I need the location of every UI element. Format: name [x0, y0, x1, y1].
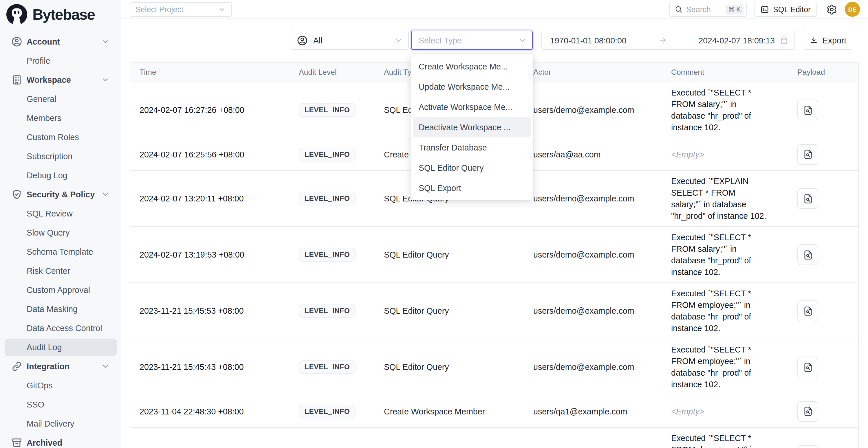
search-icon [675, 5, 683, 13]
type-option-create-workspace-me[interactable]: Create Workspace Me... [410, 56, 533, 76]
audit-level-badge: LEVEL_INFO [299, 404, 355, 418]
chevron-down-icon [101, 37, 110, 45]
sidebar-label: Schema Template [27, 247, 93, 256]
sidebar-section-archived[interactable]: Archived [0, 433, 120, 448]
actor-filter-select[interactable]: All [291, 31, 409, 50]
search-placeholder: Search [686, 5, 722, 13]
payload-view-button[interactable] [797, 401, 818, 422]
sidebar-item-data-access-control[interactable]: Data Access Control [0, 318, 120, 338]
date-end-value: 2024-02-07 18:09:13 [699, 36, 775, 45]
export-label: Export [823, 36, 846, 45]
date-range-picker[interactable]: 1970-01-01 08:00:00 2024-02-07 18:09:13 [541, 31, 795, 50]
type-filter-placeholder: Select Type [418, 36, 518, 45]
type-dropdown-menu: Create Workspace Me...Update Workspace M… [410, 54, 533, 200]
payload-view-button[interactable] [797, 244, 818, 265]
export-button[interactable]: Export [804, 31, 852, 50]
main-area: Select Project Search ⌘ K SQL Editor DE [120, 0, 868, 448]
building-icon [11, 74, 23, 85]
type-option-label: Transfer Database [418, 143, 487, 152]
table-row: 2023-11-21 15:45:53 +08:00LEVEL_INFOSQL … [130, 283, 858, 339]
type-option-update-workspace-me[interactable]: Update Workspace Me... [410, 76, 533, 97]
type-option-activate-workspace-me[interactable]: Activate Workspace Me... [410, 97, 533, 117]
cell-comment: <Empty> [662, 401, 779, 422]
cell-audit-level: LEVEL_INFO [289, 248, 375, 262]
type-option-transfer-database[interactable]: Transfer Database [410, 137, 533, 157]
cell-time: 2024-02-07 16:27:26 +08:00 [130, 105, 289, 115]
sidebar-item-gitops[interactable]: GitOps [0, 376, 120, 395]
arrow-right-icon [626, 36, 699, 44]
bytebase-logo-icon [6, 3, 28, 26]
shield-check-icon [11, 188, 23, 200]
user-circle-icon [297, 34, 308, 46]
sidebar-item-schema-template[interactable]: Schema Template [0, 242, 120, 261]
cell-comment: Executed `"SELECT * FROM salary;"` in da… [662, 227, 779, 283]
brand-name: Bytebase [32, 5, 95, 24]
sidebar-label: Custom Approval [27, 285, 90, 294]
type-option-deactivate-workspace[interactable]: Deactivate Workspace ... [410, 117, 533, 137]
cell-payload [788, 144, 858, 165]
sidebar-section-integration[interactable]: Integration [0, 357, 120, 376]
sidebar-label: Integration [27, 361, 70, 371]
type-option-sql-export[interactable]: SQL Export [410, 178, 533, 198]
sidebar-item-slow-query[interactable]: Slow Query [0, 223, 120, 242]
type-option-label: SQL Export [418, 183, 461, 192]
type-option-sql-editor-query[interactable]: SQL Editor Query [410, 157, 533, 178]
cell-payload [788, 357, 858, 377]
payload-view-button[interactable] [797, 357, 818, 377]
sidebar-section-workspace[interactable]: Workspace [0, 70, 120, 89]
sidebar-item-members[interactable]: Members [0, 108, 120, 127]
sidebar-item-general[interactable]: General [0, 89, 120, 108]
cell-actor: users/qa1@example.com [524, 407, 662, 416]
type-option-label: Activate Workspace Me... [418, 102, 513, 111]
payload-view-button[interactable] [797, 144, 818, 165]
gear-icon[interactable] [826, 4, 837, 15]
cell-audit-type: SQL Editor Query [375, 306, 524, 315]
cell-actor: users/aa@aa.com [524, 150, 662, 159]
sidebar-item-sql-review[interactable]: SQL Review [0, 204, 120, 223]
payload-view-button[interactable] [797, 445, 818, 448]
sidebar-item-data-masking[interactable]: Data Masking [0, 299, 120, 318]
sidebar-item-risk-center[interactable]: Risk Center [0, 261, 120, 280]
brand-logo[interactable]: Bytebase [0, 0, 120, 29]
audit-level-badge: LEVEL_INFO [299, 360, 355, 374]
sidebar-item-custom-approval[interactable]: Custom Approval [0, 280, 120, 299]
cell-comment: Executed `"EXPLAIN SELECT * FROM salary;… [662, 171, 779, 226]
sidebar-item-audit-log[interactable]: Audit Log [0, 338, 120, 357]
chevron-down-icon [518, 36, 526, 44]
sidebar-label: Archived [27, 438, 62, 447]
sidebar-item-custom-roles[interactable]: Custom Roles [0, 127, 120, 147]
cell-time: 2023-11-04 22:48:30 +08:00 [130, 407, 289, 416]
sidebar-label: Members [27, 113, 61, 122]
type-filter-select[interactable]: Select Type [411, 31, 533, 50]
sql-editor-button[interactable]: SQL Editor [754, 2, 817, 17]
chevron-down-icon [101, 362, 110, 370]
type-option-label: SQL Editor Query [418, 163, 484, 172]
user-circle-icon [11, 36, 23, 47]
payload-view-button[interactable] [797, 300, 818, 321]
type-option-label: Deactivate Workspace ... [418, 122, 510, 132]
chevron-down-icon [218, 5, 226, 13]
project-select[interactable]: Select Project [130, 2, 231, 17]
sidebar-item-subscription[interactable]: Subscription [0, 147, 120, 165]
cell-audit-level: LEVEL_INFO [289, 404, 375, 418]
payload-view-button[interactable] [797, 188, 818, 209]
sidebar-label: Audit Log [27, 342, 62, 352]
cell-time: 2023-11-21 15:45:53 +08:00 [130, 306, 289, 315]
sidebar-item-profile[interactable]: Profile [0, 51, 120, 70]
sql-editor-label: SQL Editor [773, 5, 811, 13]
sidebar-label: Debug Log [27, 170, 67, 180]
cell-audit-type: SQL Editor Query [375, 362, 524, 372]
sidebar-section-security-policy[interactable]: Security & Policy [0, 185, 120, 204]
payload-view-button[interactable] [797, 100, 818, 120]
sidebar-item-mail-delivery[interactable]: Mail Delivery [0, 414, 120, 433]
terminal-icon [760, 5, 769, 13]
sidebar-item-sso[interactable]: SSO [0, 395, 120, 414]
search-input[interactable]: Search ⌘ K [670, 2, 747, 17]
cell-actor: users/demo@example.com [524, 105, 662, 115]
sidebar-section-account[interactable]: Account [0, 32, 120, 51]
avatar[interactable]: DE [845, 2, 860, 17]
cell-time: 2024-02-07 13:19:53 +08:00 [130, 250, 289, 259]
type-filter-wrap: Select Type Create Workspace Me...Update… [411, 31, 533, 50]
sidebar-item-debug-log[interactable]: Debug Log [0, 165, 120, 185]
cell-audit-level: LEVEL_INFO [289, 103, 375, 117]
